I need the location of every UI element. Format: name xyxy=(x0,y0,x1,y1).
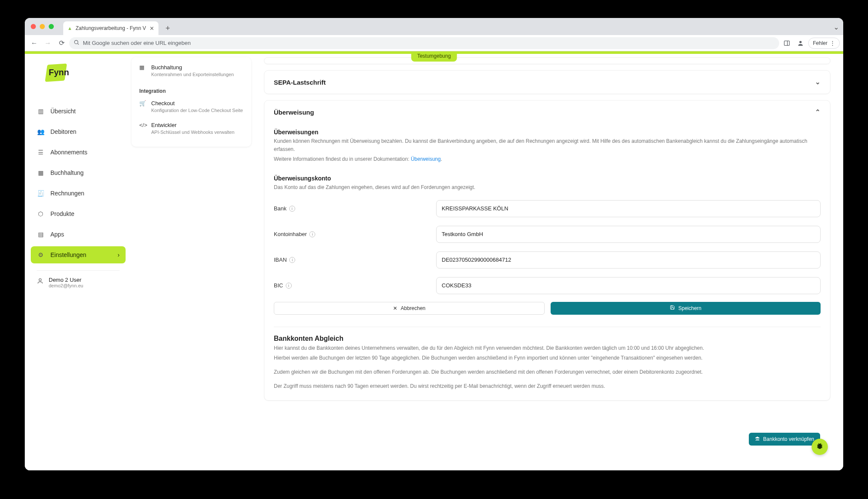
info-icon[interactable]: i xyxy=(289,257,295,263)
subnav-item-desc: API-Schlüssel und Webhooks verwalten xyxy=(151,129,243,136)
sidebar-item-einstellungen[interactable]: ⚙ Einstellungen › xyxy=(31,246,126,263)
favicon-icon: ▲ xyxy=(67,26,72,31)
section-desc-konto: Das Konto auf das die Zahlungen eingehen… xyxy=(274,183,821,192)
save-button-label: Speichern xyxy=(678,305,701,311)
people-icon: 👥 xyxy=(37,128,44,135)
svg-point-0 xyxy=(74,40,78,44)
tabs-dropdown-icon[interactable]: ⌄ xyxy=(833,23,839,31)
user-name: Demo 2 User xyxy=(49,277,83,283)
omnibox[interactable]: Mit Google suchen oder eine URL eingeben xyxy=(69,37,779,49)
sidebar-item-label: Abonnements xyxy=(50,149,87,156)
sidebar-item-debitoren[interactable]: 👥 Debitoren xyxy=(31,123,126,140)
grid-icon: ▤ xyxy=(37,231,44,238)
abgleich-p2: Hierbei werden alle Buchungen der letzte… xyxy=(274,354,821,362)
chevron-up-icon: ⌃ xyxy=(815,108,821,116)
calculator-icon: ▦ xyxy=(37,169,44,176)
sidebar-item-abonnements[interactable]: ☰ Abonnements xyxy=(31,144,126,161)
reload-button[interactable]: ⟳ xyxy=(56,37,67,49)
sepa-card: SEPA-Lastschrift ⌄ xyxy=(264,70,830,94)
sidebar-item-apps[interactable]: ▤ Apps xyxy=(31,226,126,243)
card-title: SEPA-Lastschrift xyxy=(274,79,326,86)
subnav-item-entwickler[interactable]: </>Entwickler API-Schlüssel und Webhooks… xyxy=(132,118,251,140)
error-chip[interactable]: Fehler ⋮ xyxy=(808,38,840,49)
link-bank-account-label: Bankkonto verknüpfen xyxy=(763,436,814,442)
user-email: demo2@fynn.eu xyxy=(49,283,83,288)
label-holder: Kontoinhaber i xyxy=(274,231,436,237)
tab-title: Zahlungsverarbeitung - Fynn V xyxy=(76,25,146,31)
info-icon[interactable]: i xyxy=(309,231,315,237)
subnav-item-desc: Kontenrahmen und Exporteinstellungen xyxy=(151,71,243,78)
cart-icon: 🛒 xyxy=(139,100,146,106)
logo: Fynn xyxy=(25,60,132,94)
subnav-item-title: Buchhaltung xyxy=(151,64,182,71)
sidebar-nav: ▥ Übersicht 👥 Debitoren ☰ Abonnements ▦ … xyxy=(25,94,132,267)
form-row-holder: Kontoinhaber i xyxy=(274,226,821,243)
svg-point-4 xyxy=(799,41,801,43)
sidebar-item-label: Rechnungen xyxy=(50,190,84,197)
section-doc-line: Weitere Informationen findest du in unse… xyxy=(274,155,821,163)
input-holder[interactable] xyxy=(436,226,821,243)
subnav-item-desc: Konfiguration der Low-Code Checkout Seit… xyxy=(151,107,243,114)
tab-close-icon[interactable]: ✕ xyxy=(150,25,154,32)
section-title-ueberweisungen: Überweisungen xyxy=(274,129,821,136)
link-bank-account-button[interactable]: Bankkonto verknüpfen xyxy=(749,433,820,446)
sidebar-item-uebersicht[interactable]: ▥ Übersicht xyxy=(31,103,126,120)
window-minimize-button[interactable] xyxy=(40,24,45,29)
sidebar-item-buchhaltung[interactable]: ▦ Buchhaltung xyxy=(31,164,126,181)
info-icon[interactable]: i xyxy=(289,206,295,212)
divider xyxy=(274,327,821,327)
user-block[interactable]: Demo 2 User demo2@fynn.eu xyxy=(37,270,120,288)
calculator-icon: ▦ xyxy=(139,64,146,71)
label-bic: BIC i xyxy=(274,282,436,289)
back-button[interactable]: ← xyxy=(28,37,40,49)
profile-icon[interactable] xyxy=(795,37,806,49)
doc-prefix: Weitere Informationen findest du in unse… xyxy=(274,156,411,162)
input-bic[interactable] xyxy=(436,277,821,294)
collapsed-card-placeholder xyxy=(264,57,830,64)
search-icon xyxy=(73,39,79,47)
section-title-abgleich: Bankkonten Abgleich xyxy=(274,335,821,343)
label-iban: IBAN i xyxy=(274,257,436,263)
settings-subnav: ▦Buchhaltung Kontenrahmen und Exporteins… xyxy=(132,51,251,470)
app-viewport: Testumgebung Fynn ▥ Übersicht 👥 Debitore… xyxy=(25,51,843,470)
section-desc-ueberweisungen: Kunden können Rechnungen mit Überweisung… xyxy=(274,137,821,154)
panel-toggle-icon[interactable] xyxy=(781,37,793,49)
sidebar-item-produkte[interactable]: ⬡ Produkte xyxy=(31,205,126,222)
save-button[interactable]: Speichern xyxy=(551,302,821,315)
new-tab-button[interactable]: + xyxy=(162,22,174,34)
sidebar-item-label: Übersicht xyxy=(50,108,76,115)
forward-button[interactable]: → xyxy=(42,37,54,49)
sepa-card-header[interactable]: SEPA-Lastschrift ⌄ xyxy=(264,71,830,94)
ueberweisung-card: Überweisung ⌃ Überweisungen Kunden könne… xyxy=(264,100,830,401)
user-icon xyxy=(37,278,44,286)
doc-link-ueberweisung[interactable]: Überweisung xyxy=(411,156,441,162)
box-icon: ☰ xyxy=(37,149,44,156)
input-iban[interactable] xyxy=(436,251,821,269)
window-close-button[interactable] xyxy=(31,24,36,29)
abgleich-p4: Der Zugriff muss meistens nach 90 Tagen … xyxy=(274,382,821,390)
form-button-row: ✕ Abbrechen Speichern xyxy=(274,302,821,315)
sidebar-item-label: Apps xyxy=(50,231,64,238)
input-bank[interactable] xyxy=(436,200,821,217)
cancel-button[interactable]: ✕ Abbrechen xyxy=(274,302,545,315)
sidebar-item-rechnungen[interactable]: 🧾 Rechnungen xyxy=(31,185,126,202)
sidebar-item-label: Einstellungen xyxy=(50,251,86,258)
bug-report-fab[interactable] xyxy=(812,439,828,455)
svg-point-5 xyxy=(39,279,41,281)
subnav-item-buchhaltung[interactable]: ▦Buchhaltung Kontenrahmen und Exporteins… xyxy=(132,61,251,82)
svg-rect-2 xyxy=(784,41,789,45)
svg-line-1 xyxy=(78,44,79,45)
browser-tab[interactable]: ▲ Zahlungsverarbeitung - Fynn V ✕ xyxy=(63,21,158,35)
ueberweisung-card-header[interactable]: Überweisung ⌃ xyxy=(264,100,830,124)
bug-icon xyxy=(816,442,824,452)
subnav-item-checkout[interactable]: 🛒Checkout Konfiguration der Low-Code Che… xyxy=(132,97,251,118)
info-icon[interactable]: i xyxy=(286,283,292,289)
address-bar: ← → ⟳ Mit Google suchen oder eine URL ei… xyxy=(25,35,843,51)
logo-text: Fynn xyxy=(49,68,69,77)
window-maximize-button[interactable] xyxy=(49,24,54,29)
settings-subnav-card: ▦Buchhaltung Kontenrahmen und Exporteins… xyxy=(132,57,251,147)
sidebar-item-label: Produkte xyxy=(50,210,74,217)
sidebar-item-label: Debitoren xyxy=(50,128,76,135)
form-row-bank: Bank i xyxy=(274,200,821,217)
label-bank: Bank i xyxy=(274,205,436,212)
